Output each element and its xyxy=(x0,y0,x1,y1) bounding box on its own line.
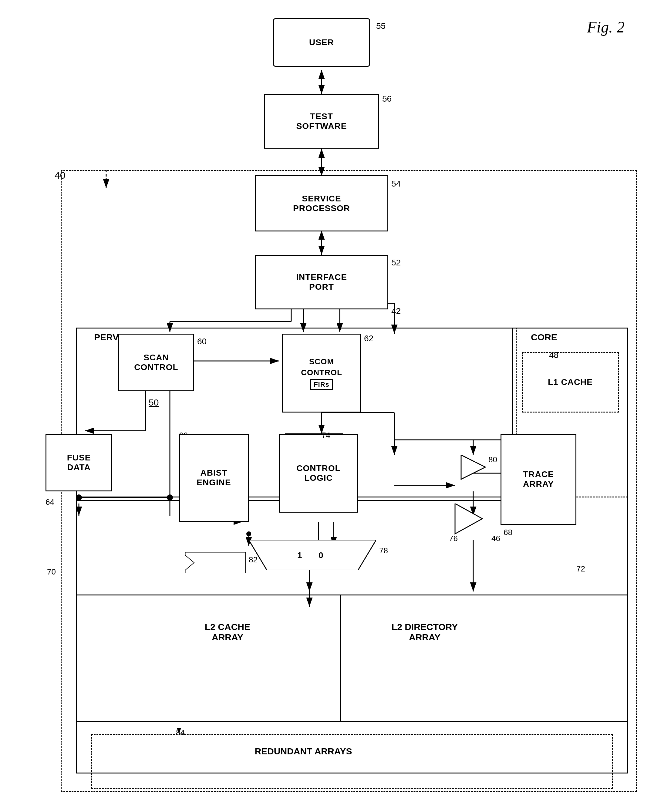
interface-port-box: INTERFACE PORT xyxy=(255,255,388,309)
ref-72: 72 xyxy=(576,564,585,574)
test-software-label: TEST SOFTWARE xyxy=(296,112,347,131)
shift-reg-82 xyxy=(185,552,246,573)
ref-74: 74 xyxy=(321,431,330,440)
ref-80: 80 xyxy=(489,455,497,464)
abist-engine-box: ABIST ENGINE xyxy=(179,434,249,522)
scom-control-box: SCOMCONTROL FIRs xyxy=(282,333,361,413)
svg-marker-46 xyxy=(461,455,485,479)
fuse-data-box: FUSE DATA xyxy=(46,434,112,491)
ref-40: 40 xyxy=(54,170,65,181)
user-box: USER xyxy=(273,18,370,67)
interface-port-label: INTERFACE PORT xyxy=(296,273,347,292)
svg-text:1: 1 xyxy=(297,550,302,560)
firs-box: FIRs xyxy=(310,379,333,390)
mux-78: 1 0 xyxy=(249,540,376,570)
fuse-data-label: FUSE DATA xyxy=(67,453,91,472)
l2-cache-array-label: L2 CACHE ARRAY xyxy=(152,622,303,643)
ref-64: 64 xyxy=(46,498,54,507)
ref-46: 46 xyxy=(492,534,500,543)
test-software-ref: 56 xyxy=(382,94,392,104)
scan-control-ref: 60 xyxy=(197,337,207,346)
l1-cache-ref: 48 xyxy=(549,350,559,360)
ref-78: 78 xyxy=(379,546,388,555)
test-software-box: TEST SOFTWARE xyxy=(264,94,379,148)
redundant-arrays-boundary xyxy=(91,734,613,789)
svg-text:0: 0 xyxy=(319,550,323,560)
ref-76: 76 xyxy=(449,534,458,543)
ref-42: 42 xyxy=(391,306,401,316)
service-processor-label: SERVICE PROCESSOR xyxy=(293,194,350,213)
scan-control-box: SCAN CONTROL xyxy=(118,333,194,391)
trace-array-label: TRACE ARRAY xyxy=(523,469,554,489)
ref-70: 70 xyxy=(47,567,56,577)
l1-cache-box: L1 CACHE xyxy=(522,352,619,413)
ref-50: 50 xyxy=(148,397,159,408)
l2-divider xyxy=(340,595,341,722)
user-label: USER xyxy=(309,38,334,47)
abist-engine-label: ABIST ENGINE xyxy=(196,468,231,487)
control-logic-label: CONTROL LOGIC xyxy=(296,463,340,483)
scan-control-label: SCAN CONTROL xyxy=(134,353,178,372)
service-processor-ref: 54 xyxy=(391,179,401,189)
redundant-arrays-label: REDUNDANT ARRAYS xyxy=(167,746,440,756)
l2-directory-array-label: L2 DIRECTORY ARRAY xyxy=(349,622,501,643)
interface-port-ref: 52 xyxy=(391,258,401,268)
svg-marker-47 xyxy=(455,504,482,534)
user-ref: 55 xyxy=(376,21,386,31)
l2-region-boundary xyxy=(76,595,628,722)
ref-82: 82 xyxy=(249,555,257,565)
diagram: Fig. 2 xyxy=(0,0,661,812)
svg-marker-48 xyxy=(249,540,376,570)
trace-array-ref: 68 xyxy=(504,528,513,537)
trace-array-box: TRACE ARRAY xyxy=(501,434,576,525)
redundant-arrow xyxy=(170,722,188,737)
mux-80 xyxy=(458,455,489,495)
service-processor-box: SERVICE PROCESSOR xyxy=(255,175,388,231)
scom-control-ref: 62 xyxy=(364,333,374,343)
control-logic-box: CONTROL LOGIC xyxy=(279,434,358,513)
l1-cache-label: L1 CACHE xyxy=(548,377,593,387)
